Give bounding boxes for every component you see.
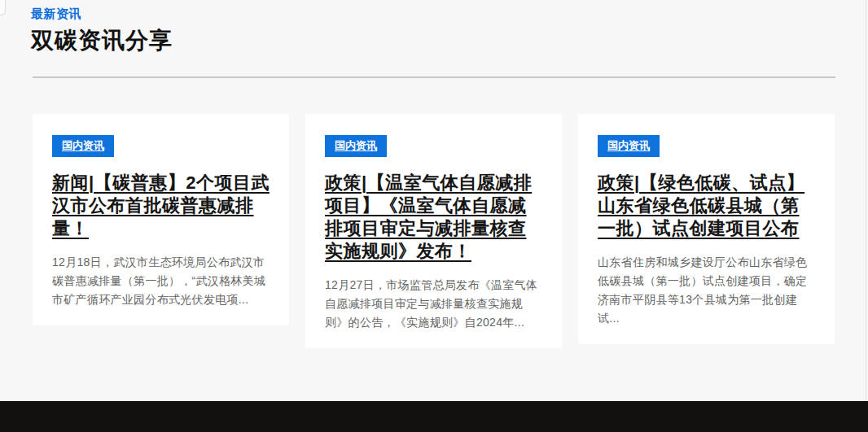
corner-scroll-remnant <box>0 0 6 15</box>
category-badge[interactable]: 国内资讯 <box>325 135 387 157</box>
article-excerpt: 山东省住房和城乡建设厅公布山东省绿色低碳县城（第一批）试点创建项目，确定济南市平… <box>598 253 815 328</box>
news-card: 国内资讯 政策|【温室气体自愿减排项目】《温室气体自愿减排项目审定与减排量核查实… <box>305 114 562 348</box>
news-cards-row: 国内资讯 新闻|【碳普惠】2个项目武汉市公布首批碳普惠减排量！ 12月18日，武… <box>33 114 835 348</box>
section-header: 最新资讯 双碳资讯分享 <box>31 7 835 56</box>
article-title-link[interactable]: 新闻|【碳普惠】2个项目武汉市公布首批碳普惠减排量！ <box>52 172 270 240</box>
section-eyebrow: 最新资讯 <box>31 7 835 22</box>
category-badge[interactable]: 国内资讯 <box>52 135 114 157</box>
section-divider <box>33 76 835 78</box>
article-title-link[interactable]: 政策|【绿色低碳、试点】山东省绿色低碳县城（第一批）试点创建项目公布 <box>598 172 815 240</box>
news-card: 国内资讯 政策|【绿色低碳、试点】山东省绿色低碳县城（第一批）试点创建项目公布 … <box>578 114 835 344</box>
page-title: 双碳资讯分享 <box>31 25 835 56</box>
news-card: 国内资讯 新闻|【碳普惠】2个项目武汉市公布首批碳普惠减排量！ 12月18日，武… <box>33 114 289 325</box>
article-excerpt: 12月18日，武汉市生态环境局公布武汉市碳普惠减排量（第一批），“武汉格林美城市… <box>52 253 270 309</box>
article-excerpt: 12月27日，市场监管总局发布《温室气体自愿减排项目审定与减排量核查实施规则》的… <box>325 276 542 332</box>
article-title-link[interactable]: 政策|【温室气体自愿减排项目】《温室气体自愿减排项目审定与减排量核查实施规则》发… <box>325 172 542 263</box>
footer-bar <box>0 401 868 432</box>
page-root: 最新资讯 双碳资讯分享 国内资讯 新闻|【碳普惠】2个项目武汉市公布首批碳普惠减… <box>0 0 868 432</box>
category-badge[interactable]: 国内资讯 <box>598 135 660 157</box>
page-right-edge <box>866 0 866 401</box>
